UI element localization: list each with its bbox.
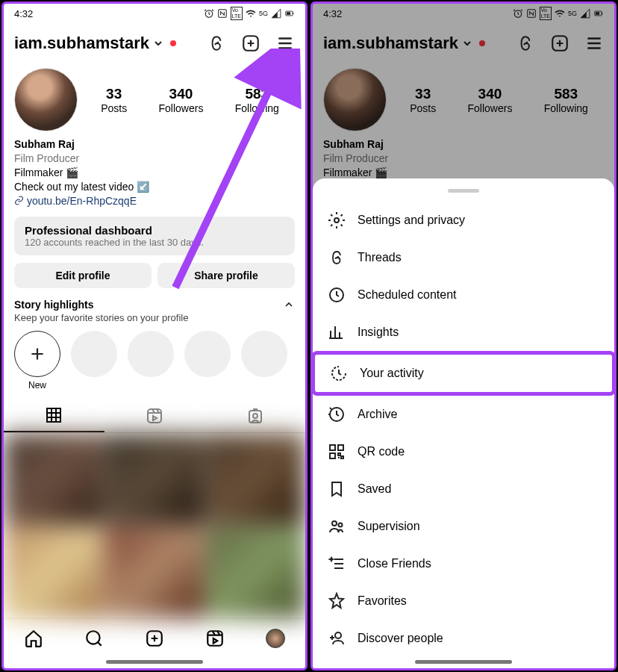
- highlights-header[interactable]: Story highlights: [4, 288, 305, 312]
- bio-line: Check out my latest video ↙️: [14, 180, 295, 194]
- highlight-new[interactable]: New: [14, 331, 60, 391]
- profile-header: iam.subhamstark: [4, 23, 305, 63]
- phone-left: 4:32 VoLTE 5G iam.subhamstark 33P: [1, 1, 308, 671]
- profile-stats-row: 33Posts 340Followers 583Following: [4, 63, 305, 137]
- reels-tab[interactable]: [104, 399, 205, 432]
- post-thumbnail[interactable]: [4, 526, 103, 618]
- menu-scheduled[interactable]: Scheduled content: [313, 276, 614, 314]
- post-thumbnail[interactable]: [104, 526, 204, 618]
- svg-point-20: [334, 218, 339, 223]
- highlight-placeholder: [71, 331, 117, 391]
- svg-point-9: [253, 414, 258, 418]
- post-thumbnail[interactable]: [206, 526, 305, 618]
- bio-line: Filmmaker 🎬: [14, 166, 295, 180]
- bio-section: Subham Raj Film Producer Filmmaker 🎬 Che…: [4, 137, 305, 208]
- share-profile-button[interactable]: Share profile: [157, 263, 295, 288]
- highlight-placeholder: [241, 331, 287, 391]
- highlights-row: New: [4, 323, 305, 395]
- profile-tabs: [4, 399, 305, 433]
- post-thumbnail[interactable]: [4, 433, 103, 525]
- professional-dashboard[interactable]: Professional dashboard 120 accounts reac…: [14, 217, 295, 255]
- category-label: Film Producer: [14, 152, 295, 166]
- menu-insights[interactable]: Insights: [313, 314, 614, 351]
- people-icon: [328, 517, 346, 535]
- profile-avatar[interactable]: [14, 68, 78, 131]
- reels-icon: [146, 407, 163, 425]
- svg-rect-25: [330, 453, 335, 458]
- battery-icon: [284, 8, 295, 19]
- home-icon[interactable]: [24, 629, 43, 648]
- menu-discover[interactable]: Discover people: [313, 620, 614, 657]
- chevron-down-icon: [152, 37, 164, 49]
- sheet-handle[interactable]: [448, 189, 479, 193]
- post-thumbnail[interactable]: [206, 433, 305, 525]
- bio-link[interactable]: youtu.be/En-RhpCzqqE: [14, 194, 295, 208]
- svg-rect-6: [47, 408, 60, 422]
- tagged-tab[interactable]: [205, 399, 305, 432]
- menu-bottom-sheet: Settings and privacy Threads Scheduled c…: [313, 178, 614, 668]
- add-person-icon: [328, 629, 346, 647]
- svg-point-26: [332, 521, 337, 526]
- svg-rect-24: [338, 445, 343, 450]
- menu-your-activity[interactable]: Your activity: [311, 351, 616, 396]
- menu-qrcode[interactable]: QR code: [313, 433, 614, 470]
- alarm-icon: [204, 8, 214, 19]
- following-stat[interactable]: 583Following: [235, 86, 279, 114]
- menu-settings[interactable]: Settings and privacy: [313, 202, 614, 239]
- nfc-icon: [217, 8, 228, 19]
- hamburger-menu-icon[interactable]: [275, 34, 295, 53]
- gesture-bar: [415, 660, 512, 664]
- bottom-nav: [4, 618, 305, 657]
- highlight-placeholder: [184, 331, 231, 391]
- menu-supervision[interactable]: Supervision: [313, 508, 614, 545]
- notification-dot: [170, 40, 176, 46]
- svg-point-28: [335, 632, 341, 638]
- activity-icon: [330, 364, 348, 382]
- highlight-placeholder: [128, 331, 174, 391]
- followers-stat[interactable]: 340Followers: [158, 86, 203, 114]
- posts-stat[interactable]: 33Posts: [101, 86, 127, 114]
- menu-close-friends[interactable]: Close Friends: [313, 545, 614, 582]
- svg-rect-4: [287, 12, 290, 15]
- svg-rect-3: [293, 13, 293, 14]
- threads-icon: [328, 249, 346, 267]
- edit-profile-button[interactable]: Edit profile: [14, 263, 152, 288]
- list-star-icon: [328, 555, 346, 573]
- qr-icon: [328, 443, 346, 461]
- volte-icon: VoLTE: [231, 7, 243, 21]
- post-thumbnail[interactable]: [104, 433, 204, 525]
- menu-saved[interactable]: Saved: [313, 470, 614, 508]
- search-icon[interactable]: [84, 629, 104, 648]
- chart-icon: [328, 323, 346, 341]
- highlights-subtitle: Keep your favorite stories on your profi…: [4, 312, 305, 323]
- username-dropdown[interactable]: iam.subhamstark: [14, 34, 176, 53]
- network-label: 5G: [259, 10, 268, 17]
- grid-icon: [45, 406, 63, 424]
- wifi-icon: [246, 8, 256, 19]
- gesture-bar: [106, 660, 203, 664]
- clock: 4:32: [14, 8, 33, 19]
- svg-rect-12: [207, 631, 222, 646]
- profile-nav-avatar[interactable]: [266, 629, 285, 648]
- status-bar: 4:32 VoLTE 5G: [4, 4, 305, 23]
- signal-icon: [271, 8, 281, 19]
- threads-icon[interactable]: [207, 34, 226, 53]
- tagged-icon: [246, 407, 264, 425]
- grid-tab[interactable]: [4, 399, 104, 432]
- create-post-icon[interactable]: [145, 629, 164, 648]
- svg-point-10: [87, 631, 99, 644]
- menu-threads[interactable]: Threads: [313, 239, 614, 276]
- create-icon[interactable]: [241, 34, 260, 53]
- display-name: Subham Raj: [14, 137, 295, 152]
- svg-rect-7: [148, 409, 161, 423]
- menu-favorites[interactable]: Favorites: [313, 582, 614, 620]
- svg-point-27: [339, 523, 343, 527]
- username-label: iam.subhamstark: [14, 34, 149, 53]
- archive-icon: [328, 405, 346, 423]
- reels-nav-icon[interactable]: [205, 629, 225, 648]
- phone-right: 4:32 VoLTE 5G iam.subhamstark: [310, 1, 617, 671]
- menu-archive[interactable]: Archive: [313, 396, 614, 433]
- svg-rect-23: [330, 445, 335, 450]
- clock-icon: [328, 286, 346, 304]
- star-icon: [328, 592, 346, 610]
